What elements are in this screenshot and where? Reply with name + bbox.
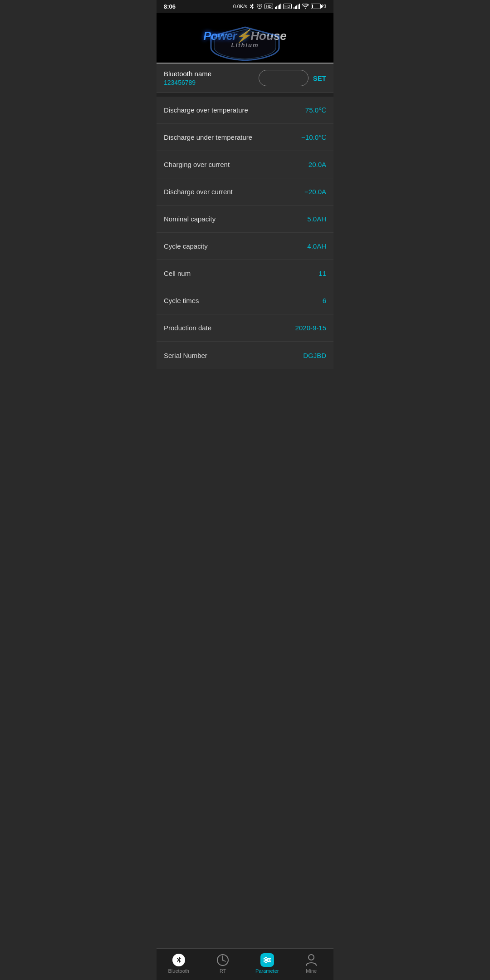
header-separator <box>157 63 333 64</box>
data-row-value-2: 20.0A <box>309 161 326 168</box>
data-row-value-8: 2020-9-15 <box>295 324 326 332</box>
data-row-value-6: 11 <box>318 270 326 277</box>
set-button[interactable]: SET <box>313 74 326 82</box>
svg-rect-8 <box>296 5 297 9</box>
data-row-value-5: 4.0AH <box>307 242 326 250</box>
data-row-3: Discharge over current −20.0A <box>157 178 333 206</box>
bt-input-area: SET <box>259 70 326 86</box>
bt-name-row: Bluetooth name 123456789 SET <box>164 70 326 86</box>
svg-rect-4 <box>279 5 280 9</box>
data-row-label-2: Charging over current <box>164 161 309 168</box>
data-row-9: Serial Number DGJBD <box>157 342 333 369</box>
data-row-label-5: Cycle capacity <box>164 242 307 250</box>
battery-container: 23 <box>311 4 326 9</box>
battery-icon <box>311 4 321 9</box>
data-row-7: Cycle times 6 <box>157 287 333 314</box>
hd-badge-1: HD <box>265 4 273 9</box>
svg-rect-5 <box>280 4 281 9</box>
data-row-value-4: 5.0AH <box>307 215 326 223</box>
svg-rect-9 <box>298 5 299 9</box>
data-row-value-7: 6 <box>323 297 326 304</box>
data-row-label-6: Cell num <box>164 270 318 277</box>
bt-current-name: 123456789 <box>164 79 211 86</box>
svg-rect-7 <box>295 6 296 9</box>
data-row-1: Discharge under temperature −10.0℃ <box>157 124 333 151</box>
signal-bars-2 <box>294 4 300 9</box>
data-row-label-3: Discharge over current <box>164 188 304 196</box>
bt-name-section: Bluetooth name 123456789 SET <box>157 64 333 93</box>
hd-badge-2: HD <box>283 4 292 9</box>
data-row-value-1: −10.0℃ <box>301 133 326 142</box>
data-row-label-4: Nominal capacity <box>164 215 307 223</box>
signal-bars-1 <box>275 4 281 9</box>
app-header: Power ⚡ House Lithium <box>157 13 333 63</box>
data-row-label-1: Discharge under temperature <box>164 133 301 141</box>
bluetooth-status-icon <box>249 3 255 10</box>
svg-rect-3 <box>278 5 279 9</box>
svg-rect-10 <box>299 4 300 9</box>
wifi-icon <box>302 4 309 9</box>
data-row-label-7: Cycle times <box>164 297 323 304</box>
data-row-0: Discharge over temperature 75.0℃ <box>157 97 333 124</box>
bt-name-input[interactable] <box>259 70 309 86</box>
status-icons: 0.0K/s HD HD <box>233 3 326 10</box>
svg-rect-2 <box>276 6 277 9</box>
data-row-value-3: −20.0A <box>304 188 326 196</box>
svg-rect-6 <box>294 7 294 9</box>
logo-wrapper: Power ⚡ House Lithium <box>203 29 287 49</box>
speed-indicator: 0.0K/s <box>233 4 247 9</box>
data-row-label-9: Serial Number <box>164 352 303 359</box>
status-time: 8:06 <box>164 3 176 10</box>
data-row-2: Charging over current 20.0A <box>157 151 333 178</box>
status-bar: 8:06 0.0K/s HD HD <box>157 0 333 13</box>
data-row-value-0: 75.0℃ <box>305 106 326 114</box>
data-row-6: Cell num 11 <box>157 260 333 287</box>
bt-name-info: Bluetooth name 123456789 <box>164 70 211 86</box>
alarm-icon <box>256 3 263 10</box>
data-row-5: Cycle capacity 4.0AH <box>157 233 333 260</box>
data-row-label-8: Production date <box>164 324 295 332</box>
shield-svg <box>204 25 286 61</box>
bottom-spacer <box>157 369 333 405</box>
data-rows: Discharge over temperature 75.0℃ Dischar… <box>157 97 333 369</box>
data-row-value-9: DGJBD <box>303 352 326 359</box>
data-row-label-0: Discharge over temperature <box>164 106 305 114</box>
svg-rect-1 <box>275 7 276 9</box>
section-gap <box>157 93 333 97</box>
data-row-4: Nominal capacity 5.0AH <box>157 206 333 233</box>
bt-name-label: Bluetooth name <box>164 70 211 78</box>
data-row-8: Production date 2020-9-15 <box>157 314 333 342</box>
